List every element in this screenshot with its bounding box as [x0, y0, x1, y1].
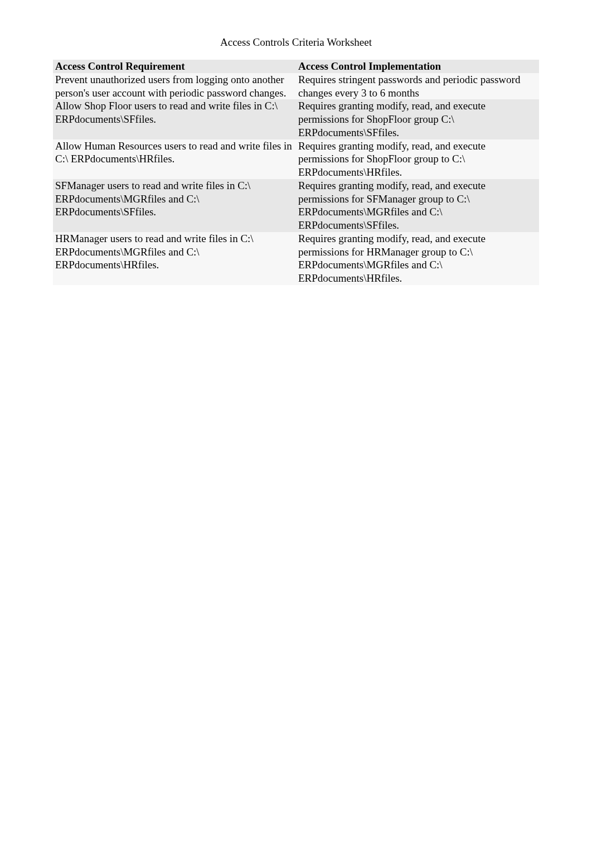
- table-row: Allow Shop Floor users to read and write…: [53, 99, 539, 139]
- header-requirement: Access Control Requirement: [53, 60, 296, 73]
- table-row: HRManager users to read and write files …: [53, 232, 539, 285]
- access-controls-table: Access Control Requirement Access Contro…: [53, 60, 539, 285]
- requirement-cell: SFManager users to read and write files …: [53, 179, 296, 232]
- implementation-cell: Requires granting modify, read, and exec…: [296, 99, 539, 139]
- implementation-cell: Requires stringent passwords and periodi…: [296, 73, 539, 100]
- header-implementation: Access Control Implementation: [296, 60, 539, 73]
- document-title: Access Controls Criteria Worksheet: [53, 36, 539, 49]
- table-row: SFManager users to read and write files …: [53, 179, 539, 232]
- implementation-cell: Requires granting modify, read, and exec…: [296, 139, 539, 179]
- requirement-cell: Allow Shop Floor users to read and write…: [53, 99, 296, 139]
- requirement-cell: Allow Human Resources users to read and …: [53, 139, 296, 179]
- requirement-cell: Prevent unauthorized users from logging …: [53, 73, 296, 100]
- requirement-cell: HRManager users to read and write files …: [53, 232, 296, 285]
- table-row: Prevent unauthorized users from logging …: [53, 73, 539, 100]
- implementation-cell: Requires granting modify, read, and exec…: [296, 232, 539, 285]
- table-header-row: Access Control Requirement Access Contro…: [53, 60, 539, 73]
- implementation-cell: Requires granting modify, read, and exec…: [296, 179, 539, 232]
- table-row: Allow Human Resources users to read and …: [53, 139, 539, 179]
